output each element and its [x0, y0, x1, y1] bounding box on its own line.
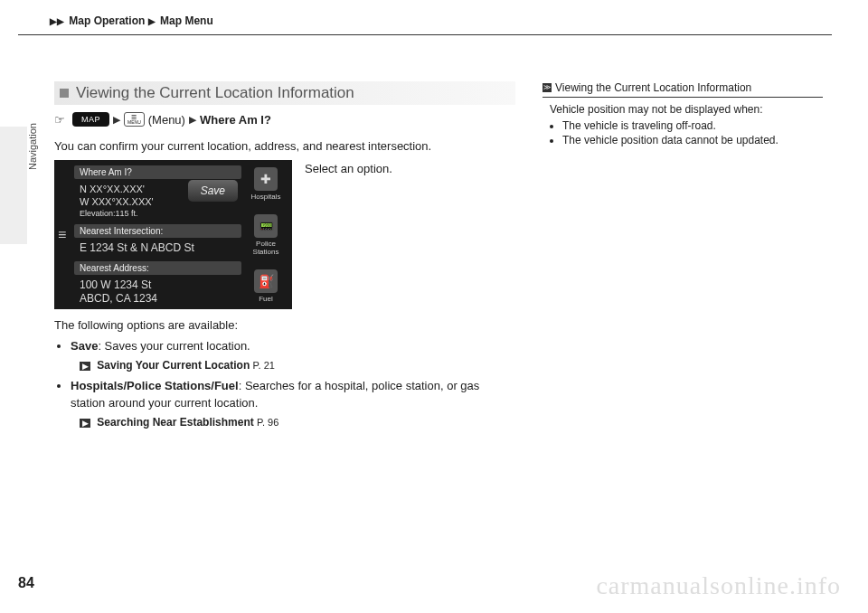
- side-label: Navigation: [27, 123, 38, 170]
- header-rule: [18, 34, 832, 35]
- hospital-glyph-icon: ✚: [254, 167, 278, 191]
- fuel-icon: ⛽ Fuel: [254, 269, 278, 303]
- section-square-icon: [60, 89, 69, 98]
- fuel-glyph-icon: ⛽: [254, 269, 278, 293]
- where-label: Where Am I?: [74, 165, 241, 179]
- breadcrumb: ▶▶ Map Operation ▶ Map Menu: [50, 14, 213, 27]
- intro-text: You can confirm your current location, a…: [54, 139, 515, 153]
- options-list: Save: Saves your current location. ▶ Sav…: [54, 337, 515, 430]
- addr-line2: ABCD, CA 1234: [80, 292, 236, 306]
- addr-line1: 100 W 1234 St: [80, 278, 236, 293]
- page-number: 84: [18, 575, 34, 591]
- nav-path-line: ☞ MAP ▶ ☰ MENU (Menu) ▶ Where Am I?: [54, 112, 515, 127]
- tip-title: Viewing the Current Location Information: [555, 81, 751, 94]
- xref1-page: P. 21: [253, 360, 275, 371]
- police-icon: 📟 Police Stations: [243, 214, 288, 256]
- save-label: Save: [71, 339, 98, 353]
- breadcrumb-b: Map Menu: [160, 14, 213, 27]
- breadcrumb-a: Map Operation: [69, 14, 145, 27]
- save-button-screenshot: Save: [188, 180, 238, 202]
- where-am-i-label: Where Am I?: [200, 113, 271, 127]
- xref1-label: Saving Your Current Location: [97, 359, 250, 372]
- police-glyph-icon: 📟: [254, 214, 278, 238]
- breadcrumb-arrow-icon: ▶: [148, 16, 156, 26]
- tip-bullet-1: The vehicle is traveling off-road.: [562, 119, 823, 132]
- xref2-page: P. 96: [257, 417, 278, 428]
- elevation: Elevation:115 ft.: [80, 209, 236, 220]
- path-arrow-icon: ▶: [189, 114, 196, 126]
- menu-button-icon: ☰ MENU: [124, 112, 145, 127]
- xref-saving-location: ▶ Saving Your Current Location P. 21: [71, 357, 515, 373]
- tips-column: ≫ Viewing the Current Location Informati…: [542, 81, 823, 148]
- path-arrow-icon: ▶: [113, 114, 120, 126]
- tips-body: Vehicle position may not be displayed wh…: [542, 103, 823, 146]
- tip-title-bar: ≫ Viewing the Current Location Informati…: [542, 81, 823, 98]
- step-text: Select an option.: [305, 160, 392, 309]
- xref-searching-near: ▶ Searching Near Establishment P. 96: [71, 414, 515, 430]
- options-intro: The following options are available:: [54, 318, 515, 332]
- side-tab: [0, 127, 27, 244]
- nearest-address-label: Nearest Address:: [74, 261, 241, 275]
- hospitals-icon: ✚ Hospitals: [251, 167, 281, 201]
- tips-intro: Vehicle position may not be displayed wh…: [550, 103, 823, 116]
- xref-arrow-icon: ▶: [80, 419, 90, 428]
- section-title-bar: Viewing the Current Location Information: [54, 81, 515, 105]
- option-save: Save: Saves your current location. ▶ Sav…: [71, 337, 515, 373]
- section-title: Viewing the Current Location Information: [76, 84, 354, 102]
- tip-arrow-icon: ≫: [542, 83, 552, 92]
- map-button: MAP: [72, 112, 109, 127]
- xref-arrow-icon: ▶: [80, 362, 90, 371]
- breadcrumb-arrow-icon: ▶▶: [50, 16, 64, 26]
- option-hpf: Hospitals/Police Stations/Fuel: Searches…: [71, 377, 515, 430]
- save-desc: : Saves your current location.: [98, 339, 250, 353]
- xref2-label: Searching Near Establishment: [97, 416, 253, 429]
- hpf-label: Hospitals/Police Stations/Fuel: [71, 379, 239, 392]
- menu-word: (Menu): [148, 113, 185, 127]
- tip-bullet-2: The vehicle position data cannot be upda…: [562, 134, 823, 146]
- hamburger-icon: ≡: [58, 227, 66, 243]
- main-column: Viewing the Current Location Information…: [54, 81, 515, 434]
- hand-icon: ☞: [54, 113, 65, 127]
- intersection-value: E 1234 St & N ABCD St: [74, 240, 241, 261]
- nearest-intersection-label: Nearest Intersection:: [74, 224, 241, 238]
- watermark: carmanualsonline.info: [596, 571, 841, 600]
- nav-screenshot: ≡ Where Am I? N XX°XX.XXX' W XXX°XX.XXX'…: [54, 160, 292, 309]
